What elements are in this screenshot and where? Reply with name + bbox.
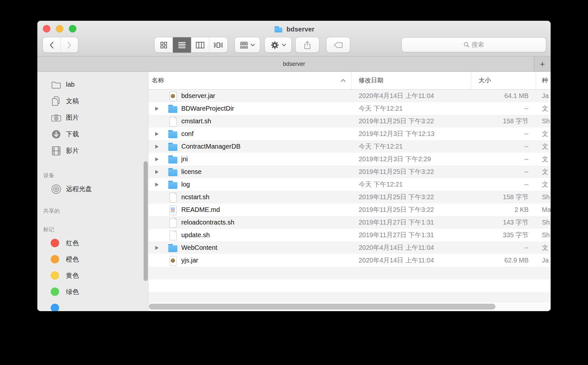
photos-icon: [51, 113, 61, 123]
file-name: WebContent: [181, 244, 217, 251]
column-header-date-modified[interactable]: 修改日期: [352, 72, 471, 89]
file-kind: Ja: [536, 92, 551, 100]
file-date-modified: 2019年12月3日 下午2:29: [352, 155, 471, 164]
file-name: bdserver.jar: [181, 92, 215, 100]
disclosure-triangle[interactable]: [155, 119, 160, 123]
column-header-name[interactable]: 名称: [148, 72, 352, 89]
file-kind: Ja: [536, 257, 551, 264]
disclosure-triangle[interactable]: [155, 208, 160, 212]
sidebar: lab 文稿 图片 下载 影片 设备 远程光盘 共享的 标记 红色 橙色 黄色: [37, 72, 148, 311]
folder-icon: [167, 154, 178, 164]
table-row[interactable]: cmstart.sh 2019年11月25日 下午3:22 158 字节 Sh: [148, 115, 551, 128]
sidebar-item-tag[interactable]: 黄色: [37, 267, 148, 284]
file-name: cmstart.sh: [181, 117, 211, 125]
sidebar-item-远程光盘[interactable]: 远程光盘: [37, 181, 148, 197]
disclosure-triangle[interactable]: [155, 145, 160, 149]
file-date-modified: 今天 下午12:21: [352, 180, 471, 189]
file-date-modified: 2019年11月25日 下午3:22: [352, 167, 471, 176]
folder-icon: [167, 103, 178, 114]
table-row[interactable]: yjs.jar 2020年4月14日 上午11:04 62.9 MB Ja: [148, 254, 551, 267]
sidebar-item-tag[interactable]: 橙色: [37, 251, 148, 267]
finder-window: bdserver: [37, 21, 551, 311]
table-row[interactable]: log 今天 下午12:21 -- 文: [148, 178, 551, 191]
forward-button[interactable]: [60, 37, 78, 53]
file-size: 64.1 MB: [471, 92, 536, 100]
chevron-down-icon: [282, 44, 286, 46]
empty-row: [148, 279, 551, 292]
sidebar-item-tag[interactable]: 红色: [37, 235, 148, 251]
file-kind: 文: [536, 104, 551, 113]
table-row[interactable]: reloadcontracts.sh 2019年11月27日 下午1:31 14…: [148, 216, 551, 229]
grid-view-icon: [160, 42, 167, 49]
table-row[interactable]: conf 2019年12月3日 下午12:13 -- 文: [148, 128, 551, 140]
tag-color-dot: [51, 271, 59, 280]
icon-view-button[interactable]: [155, 37, 173, 53]
horizontal-scrollbar-thumb[interactable]: [149, 304, 495, 310]
disclosure-triangle[interactable]: [155, 259, 160, 262]
disclosure-triangle-icon: [155, 132, 159, 136]
file-kind: 文: [536, 167, 551, 176]
window-title-row: bdserver: [37, 24, 551, 35]
doc-icon: [167, 217, 178, 228]
share-icon: [304, 41, 311, 49]
disclosure-triangle[interactable]: [155, 94, 160, 98]
column-header-kind[interactable]: 种: [536, 72, 551, 89]
disclosure-triangle[interactable]: [155, 170, 160, 174]
new-tab-button[interactable]: +: [534, 56, 551, 71]
back-button[interactable]: [43, 37, 60, 53]
disclosure-triangle[interactable]: [155, 132, 160, 136]
movies-icon: [51, 146, 61, 156]
group-by-icon: [240, 42, 248, 49]
share-button[interactable]: [296, 37, 319, 53]
column-view-button[interactable]: [191, 37, 209, 53]
coverflow-view-button[interactable]: [209, 37, 227, 53]
sidebar-item-图片[interactable]: 图片: [37, 109, 148, 126]
sidebar-item-影片[interactable]: 影片: [37, 142, 148, 159]
columns-view-icon: [196, 42, 204, 48]
action-button[interactable]: [265, 37, 291, 53]
sidebar-item-下载[interactable]: 下载: [37, 126, 148, 142]
disclosure-triangle[interactable]: [155, 195, 160, 199]
jar-icon: [167, 91, 178, 101]
tab-bdserver[interactable]: bdserver: [283, 61, 305, 67]
table-row[interactable]: license 2019年11月25日 下午3:22 -- 文: [148, 165, 551, 178]
arrange-button[interactable]: [235, 37, 260, 53]
file-kind: 文: [536, 142, 551, 151]
disclosure-triangle[interactable]: [155, 183, 160, 187]
file-name: BDWareProjectDir: [181, 105, 234, 112]
search-icon: [464, 42, 469, 48]
sidebar-item-label: 影片: [66, 146, 79, 155]
table-row[interactable]: ncstart.sh 2019年11月25日 下午3:22 158 字节 Sh: [148, 191, 551, 203]
file-size: 143 字节: [471, 218, 536, 227]
sidebar-item-文稿[interactable]: 文稿: [37, 93, 148, 109]
table-row[interactable]: jni 2019年12月3日 下午2:29 -- 文: [148, 153, 551, 165]
sidebar-item-tag[interactable]: 绿色: [37, 284, 148, 300]
list-view-button[interactable]: [173, 37, 191, 53]
table-row[interactable]: WebContent 2020年4月14日 上午11:04 -- 文: [148, 241, 551, 254]
file-kind: Sh: [536, 231, 551, 239]
sort-ascending-icon: [341, 79, 346, 82]
table-row[interactable]: update.sh 2019年11月27日 下午1:31 335 字节 Sh: [148, 229, 551, 241]
list-view-icon: [178, 42, 186, 49]
search-field[interactable]: 搜索: [402, 38, 546, 52]
chevron-down-icon: [251, 44, 255, 46]
table-row[interactable]: ContractManagerDB 今天 下午12:21 -- 文: [148, 140, 551, 153]
column-header-size[interactable]: 大小: [471, 72, 536, 89]
disclosure-triangle-icon: [155, 157, 159, 161]
table-row[interactable]: BDWareProjectDir 今天 下午12:21 -- 文: [148, 102, 551, 115]
sidebar-devices: 远程光盘: [37, 181, 148, 197]
file-name: log: [181, 181, 190, 188]
sidebar-item-lab[interactable]: lab: [37, 76, 148, 93]
file-date-modified: 2019年11月27日 下午1:31: [352, 218, 471, 227]
sidebar-scrollbar[interactable]: [144, 161, 148, 281]
disclosure-triangle[interactable]: [155, 233, 160, 237]
table-row[interactable]: bdserver.jar 2020年4月14日 上午11:04 64.1 MB …: [148, 90, 551, 102]
disclosure-triangle[interactable]: [155, 157, 160, 161]
disclosure-triangle[interactable]: [155, 221, 160, 225]
tags-button[interactable]: [326, 37, 350, 53]
sidebar-item-tag[interactable]: [37, 300, 148, 311]
disclosure-triangle[interactable]: [155, 107, 160, 111]
table-row[interactable]: README.md 2019年11月25日 下午3:22 2 KB Ma: [148, 203, 551, 216]
doc-icon: [167, 116, 178, 127]
disclosure-triangle[interactable]: [155, 246, 160, 250]
